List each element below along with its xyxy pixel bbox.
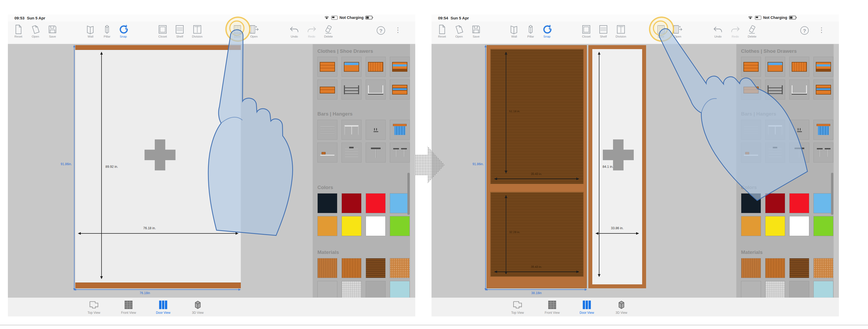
more-options-icon[interactable]: ⋮ — [818, 25, 825, 35]
shelf-button[interactable]: Shelf — [595, 24, 612, 38]
color-swatch-black[interactable] — [317, 193, 337, 213]
hanger-tile-clothes[interactable] — [390, 120, 410, 140]
pole-tile-single[interactable] — [789, 143, 809, 163]
color-swatch-green[interactable] — [813, 216, 833, 236]
shelf-button[interactable]: Shelf — [172, 24, 188, 38]
color-swatch-dark-red[interactable] — [342, 193, 362, 213]
pole-tile-single[interactable] — [366, 143, 385, 163]
wall-button[interactable]: Wall — [506, 24, 522, 38]
bar-tile-multi[interactable] — [342, 143, 362, 163]
stacked-drawer-tile[interactable] — [813, 80, 833, 100]
color-swatch-green[interactable] — [390, 216, 410, 236]
material-swatch-wood-medium[interactable] — [342, 258, 362, 278]
material-swatch-cyan[interactable] — [390, 281, 410, 298]
material-swatch-rattan[interactable] — [813, 258, 833, 278]
louvered-door-bottom[interactable] — [490, 192, 584, 277]
snap-button[interactable]: Snap — [539, 24, 555, 38]
hanger-tile-clothes[interactable] — [813, 120, 833, 140]
open-button[interactable]: Open — [27, 24, 43, 38]
save-button[interactable]: Save — [468, 24, 484, 38]
tab-front-view[interactable]: Front View — [536, 299, 568, 314]
drawer-tile-blue-top[interactable] — [765, 57, 785, 77]
open-shelf-tile[interactable] — [366, 80, 385, 100]
division-button[interactable]: Division — [189, 24, 206, 38]
material-swatch-gray[interactable] — [741, 281, 761, 298]
color-swatch-light-blue[interactable] — [390, 193, 410, 213]
sidebar-scrollbar[interactable] — [407, 173, 410, 215]
color-swatch-yellow[interactable] — [342, 216, 362, 236]
bar-tile-bracket[interactable] — [317, 143, 337, 163]
tab-top-view[interactable]: Top View — [78, 299, 110, 314]
material-swatch-dark-gray[interactable] — [366, 281, 385, 298]
color-swatch-white[interactable] — [789, 216, 809, 236]
tab-front-view[interactable]: Front View — [113, 299, 144, 314]
bar-tile-front[interactable] — [741, 120, 761, 140]
tab-3d-view[interactable]: 3D View — [182, 299, 214, 314]
more-options-icon[interactable]: ⋮ — [395, 25, 401, 35]
closet-button[interactable]: Closet — [155, 24, 171, 38]
reset-button[interactable]: Reset — [434, 24, 450, 38]
division-button[interactable]: Division — [613, 24, 629, 38]
material-swatch-wood-light[interactable] — [317, 258, 337, 278]
open-shelf-tile[interactable] — [789, 80, 809, 100]
tab-door-view[interactable]: Door View — [148, 299, 179, 314]
drawer-tile-low[interactable] — [741, 80, 761, 100]
drawer-tile-blue-band[interactable] — [390, 57, 410, 77]
stacked-drawer-tile[interactable] — [390, 80, 410, 100]
closet-with-doors[interactable] — [487, 45, 587, 288]
drawer-tile-blue-band[interactable] — [813, 57, 833, 77]
pole-tile-double[interactable] — [390, 143, 410, 163]
delete-button[interactable]: Delete — [320, 24, 337, 38]
drawer-tile-solid[interactable] — [741, 57, 761, 77]
wire-shelf-tile[interactable] — [342, 80, 362, 100]
tab-door-view[interactable]: Door View — [571, 299, 602, 314]
color-swatch-dark-red[interactable] — [765, 193, 785, 213]
snap-button[interactable]: Snap — [115, 24, 131, 38]
bar-tile-bracket[interactable] — [741, 143, 761, 163]
help-button[interactable]: ? — [800, 26, 809, 35]
tab-3d-view[interactable]: 3D View — [606, 299, 637, 314]
closet-button[interactable]: Closet — [578, 24, 594, 38]
drawer-tile-slatted[interactable] — [366, 57, 385, 77]
delete-button[interactable]: Delete — [744, 24, 760, 38]
color-swatch-yellow[interactable] — [765, 216, 785, 236]
bar-tile-multi[interactable] — [765, 143, 785, 163]
drawer-tile-blue-top[interactable] — [342, 57, 362, 77]
color-swatch-light-blue[interactable] — [813, 193, 833, 213]
louvered-door-top[interactable] — [490, 49, 584, 184]
open-button[interactable]: Open — [451, 24, 467, 38]
color-swatch-red[interactable] — [366, 193, 385, 213]
design-canvas[interactable]: 51.18 in. 35.43 in. 32.28 in. 35.43 in. … — [432, 44, 839, 298]
wire-shelf-tile[interactable] — [765, 80, 785, 100]
drawer-tile-low[interactable] — [317, 80, 337, 100]
color-swatch-red[interactable] — [789, 193, 809, 213]
material-swatch-wood-dark[interactable] — [789, 258, 809, 278]
pole-tile-double[interactable] — [813, 143, 833, 163]
bar-tile-divided[interactable] — [342, 120, 362, 140]
material-swatch-mesh[interactable] — [765, 281, 785, 298]
pillar-button[interactable]: Pillar — [523, 24, 539, 38]
help-button[interactable]: ? — [377, 26, 385, 35]
bar-tile-divided[interactable] — [765, 120, 785, 140]
material-swatch-wood-medium[interactable] — [765, 258, 785, 278]
undo-button[interactable]: Undo — [286, 24, 303, 38]
material-swatch-wood-light[interactable] — [741, 258, 761, 278]
reset-button[interactable]: Reset — [10, 24, 27, 38]
bar-tile-end[interactable] — [789, 120, 809, 140]
color-swatch-orange[interactable] — [741, 216, 761, 236]
drawer-tile-solid[interactable] — [317, 57, 337, 77]
design-canvas[interactable]: 91.86in. 89.92 in. 76.18 in. 76.18in Clo… — [8, 44, 415, 298]
pillar-button[interactable]: Pillar — [99, 24, 115, 38]
redo-button[interactable]: Redo — [727, 24, 743, 38]
material-swatch-gray[interactable] — [317, 281, 337, 298]
redo-button[interactable]: Redo — [304, 24, 320, 38]
color-swatch-black[interactable] — [741, 193, 761, 213]
sidebar-scrollbar[interactable] — [831, 173, 833, 215]
material-swatch-mesh[interactable] — [342, 281, 362, 298]
bar-tile-end[interactable] — [366, 120, 385, 140]
wall-button[interactable]: Wall — [82, 24, 99, 38]
tab-top-view[interactable]: Top View — [502, 299, 533, 314]
material-swatch-wood-dark[interactable] — [366, 258, 385, 278]
color-swatch-white[interactable] — [366, 216, 385, 236]
material-swatch-dark-gray[interactable] — [789, 281, 809, 298]
